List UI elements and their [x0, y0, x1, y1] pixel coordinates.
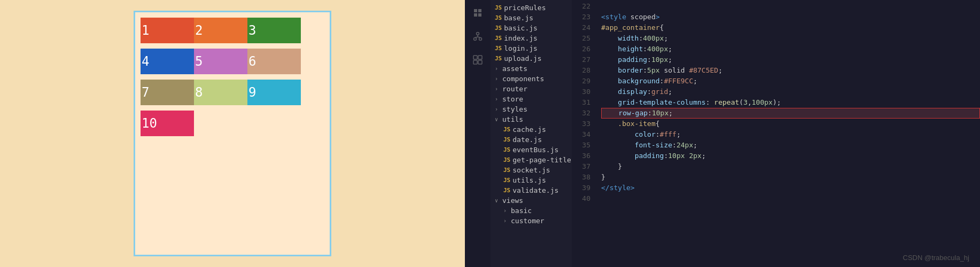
line-numbers: 22 23 24 25 26 27 28 29 30 31 32 33 34 3… — [572, 0, 596, 267]
chevron-down-icon: ∨ — [495, 116, 500, 122]
tree-item-indexjs[interactable]: JS index.js — [491, 33, 572, 43]
grid-item-4: 4 — [141, 49, 194, 74]
tree-item-styles[interactable]: › styles — [491, 104, 572, 114]
svg-point-2 — [479, 38, 482, 41]
tree-item-customer[interactable]: › customer — [491, 216, 572, 226]
tree-item-label: store — [502, 95, 523, 103]
code-line-38: } — [601, 172, 980, 183]
tree-item-utils[interactable]: ∨ utils — [491, 114, 572, 124]
tree-item-label: validate.js — [512, 186, 558, 194]
code-token: : — [664, 151, 668, 161]
tree-item-getpagetitlejs[interactable]: JS get-page-title.js — [491, 155, 572, 165]
code-line-31: grid-template-columns : repeat ( 3 , 100… — [601, 97, 980, 108]
code-token: color — [635, 129, 656, 140]
code-line-36: padding : 10px 2px ; — [601, 151, 980, 161]
middle-panel: JS priceRules JS base.js JS basic.js JS … — [465, 0, 572, 267]
chevron-right-icon: › — [495, 76, 500, 82]
tree-item-label: socket.js — [512, 166, 550, 174]
tree-item-eventbusjs[interactable]: JS eventBus.js — [491, 145, 572, 155]
code-token: grid — [651, 87, 668, 97]
code-token: ; — [664, 33, 668, 44]
code-token — [601, 151, 635, 161]
code-token: width — [618, 33, 639, 44]
code-token: ; — [668, 44, 672, 54]
code-line-32: row-gap : 10px ; — [601, 108, 980, 119]
code-token: ; — [668, 108, 673, 119]
tree-item-uploadjs[interactable]: JS upload.js — [491, 53, 572, 64]
chevron-right-icon: › — [495, 96, 500, 102]
code-token: ; — [718, 65, 722, 76]
code-token: scoped — [626, 12, 656, 22]
code-line-24: #app_container { — [601, 22, 980, 33]
code-token: ( — [739, 97, 743, 108]
code-token: ; — [702, 151, 706, 161]
code-token: > — [656, 12, 660, 22]
tree-item-views[interactable]: ∨ views — [491, 195, 572, 206]
grid-item-1: 1 — [141, 18, 194, 43]
tree-item-basicjs[interactable]: JS basic.js — [491, 23, 572, 33]
tree-item-cachejs[interactable]: JS cache.js — [491, 124, 572, 135]
code-token — [602, 108, 618, 119]
code-token: 10px 2px — [668, 151, 702, 161]
code-line-33: .box-item { — [601, 119, 980, 129]
tree-item-datejs[interactable]: JS date.js — [491, 135, 572, 145]
code-token: : — [643, 44, 647, 54]
tree-item-label: base.js — [504, 14, 533, 22]
grid-item-7: 7 — [141, 80, 194, 105]
tree-item-components[interactable]: › components — [491, 74, 572, 84]
js-file-icon: JS — [495, 55, 502, 62]
code-token: grid-template-columns — [618, 97, 705, 108]
source-control-icon[interactable] — [470, 29, 485, 44]
tree-item-router[interactable]: › router — [491, 84, 572, 94]
code-token: display — [618, 87, 647, 97]
js-file-icon: JS — [495, 45, 502, 52]
code-token: : — [647, 87, 651, 97]
tree-item-socketjs[interactable]: JS socket.js — [491, 165, 572, 175]
grid-item-3: 3 — [247, 18, 301, 43]
js-file-icon: JS — [495, 14, 502, 21]
grid-item-6: 6 — [247, 49, 301, 74]
code-token: background — [618, 76, 659, 87]
grid-container: 1 2 3 4 5 6 7 8 9 10 — [134, 11, 331, 256]
tree-item-label: index.js — [504, 34, 538, 42]
chevron-right-icon: › — [495, 106, 500, 112]
tree-item-label: basic — [511, 207, 532, 215]
tree-item-label: components — [502, 75, 544, 83]
explorer-icon[interactable] — [470, 5, 485, 20]
grid-item-8: 8 — [194, 80, 247, 105]
tree-item-assets[interactable]: › assets — [491, 64, 572, 74]
grid-item-2: 2 — [194, 18, 247, 43]
code-token: height — [618, 44, 643, 54]
code-token: 5px — [647, 65, 659, 76]
svg-rect-7 — [478, 56, 482, 59]
code-token: ; — [693, 76, 697, 87]
tree-item-pricerules[interactable]: JS priceRules — [491, 3, 572, 13]
code-token: #FFE9CC — [664, 76, 693, 87]
js-file-icon: JS — [495, 4, 502, 11]
tree-item-utilsjs[interactable]: JS utils.js — [491, 175, 572, 185]
code-token — [601, 87, 618, 97]
code-token: ); — [773, 97, 781, 108]
code-token: 10px — [652, 108, 668, 119]
code-token: </style> — [601, 183, 635, 193]
js-file-icon: JS — [503, 187, 510, 194]
code-token: : — [643, 65, 647, 76]
tree-item-label: styles — [502, 105, 527, 113]
code-token — [601, 54, 618, 65]
code-line-35: font-size : 24px ; — [601, 140, 980, 151]
js-file-icon: JS — [503, 156, 510, 163]
tree-item-store[interactable]: › store — [491, 94, 572, 104]
tree-item-validatejs[interactable]: JS validate.js — [491, 185, 572, 195]
extensions-icon[interactable] — [470, 52, 485, 67]
tree-item-loginjs[interactable]: JS login.js — [491, 43, 572, 53]
code-token — [601, 44, 618, 54]
code-line-30: display : grid ; — [601, 87, 980, 97]
code-token: } — [601, 161, 622, 172]
chevron-right-icon: › — [503, 208, 509, 214]
code-token: 10px — [651, 54, 668, 65]
code-token: , — [748, 97, 752, 108]
tree-item-basejs[interactable]: JS base.js — [491, 13, 572, 23]
chevron-right-icon: › — [495, 86, 500, 92]
chevron-right-icon: › — [503, 218, 509, 224]
tree-item-basic[interactable]: › basic — [491, 206, 572, 216]
